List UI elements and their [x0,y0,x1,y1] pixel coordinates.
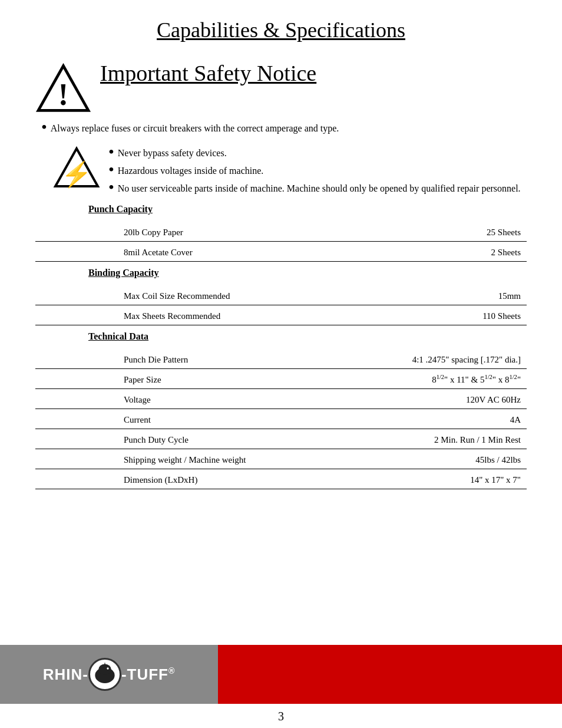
safety-title-container: Important Safety Notice [100,60,316,86]
table-row: Voltage 120V AC 60Hz [35,389,527,409]
safety-bullet-2-text: Never bypass safety devices. [118,146,227,160]
table-row: Paper Size 81/2" x 11" & 51/2" x 81/2" [35,369,527,389]
tech-row-1-value: 4:1 .2475" spacing [.172" dia.] [353,349,527,369]
table-row: Max Sheets Recommended 110 Sheets [35,305,527,325]
tech-row-6-value: 45lbs / 42lbs [353,449,527,469]
punch-capacity-heading: Punch Capacity [88,204,527,215]
svg-point-7 [107,667,108,669]
punch-row-2-value: 2 Sheets [427,242,527,262]
technical-data-section: Technical Data Punch Die Pattern 4:1 .24… [35,331,527,489]
tech-row-1-label: Punch Die Pattern [35,349,353,369]
rhino-logo-circle [88,658,121,691]
tech-row-5-label: Punch Duty Cycle [35,429,353,449]
safety-notice-title: Important Safety Notice [100,60,316,86]
tech-row-6-label: Shipping weight / Machine weight [35,449,353,469]
page: Capabilities & Specifications ! Importan… [0,0,562,728]
safety-bullet-4-text: No user serviceable parts inside of mach… [118,182,521,196]
tech-row-3-label: Voltage [35,389,353,409]
table-row: Max Coil Size Recommended 15mm [35,285,527,305]
logo-text-left: RHIN- [43,666,88,684]
safety-bullets-section: • Always replace fuses or circuit breake… [35,121,527,136]
svg-text:⚡: ⚡ [61,160,92,189]
bullet-dot-3: • [108,162,114,178]
technical-data-heading: Technical Data [88,331,527,342]
binding-capacity-heading: Binding Capacity [88,268,527,278]
tech-row-2-label: Paper Size [35,369,353,389]
table-row: Current 4A [35,409,527,429]
safety-bullet-3-text: Hazardous voltages inside of machine. [118,164,263,178]
bullet-dot-2: • [108,144,114,160]
svg-text:!: ! [58,78,68,111]
tech-row-4-label: Current [35,409,353,429]
table-row: Shipping weight / Machine weight 45lbs /… [35,449,527,469]
punch-capacity-section: Punch Capacity 20lb Copy Paper 25 Sheets… [35,204,527,262]
table-row: Punch Duty Cycle 2 Min. Run / 1 Min Rest [35,429,527,449]
page-number: 3 [278,710,284,723]
punch-row-1-label: 20lb Copy Paper [35,222,427,242]
logo-container: RHIN- -TUFF® [43,658,176,691]
lightning-svg: ⚡ [53,146,100,189]
warning-triangle-svg: ! [35,63,91,113]
tech-row-7-value: 14" x 17" x 7" [353,469,527,489]
tech-row-5-value: 2 Min. Run / 1 Min Rest [353,429,527,449]
safety-bullet-2: • Never bypass safety devices. [108,146,527,160]
safety-bullet-3: • Hazardous voltages inside of machine. [108,164,527,178]
warning-triangle-icon: ! [35,63,94,116]
table-row: 20lb Copy Paper 25 Sheets [35,222,527,242]
logo-text-right: -TUFF® [121,666,175,684]
binding-row-1-label: Max Coil Size Recommended [35,285,436,305]
binding-row-2-value: 110 Sheets [436,305,527,325]
tech-row-7-label: Dimension (LxDxH) [35,469,353,489]
footer: RHIN- -TUFF® [0,645,562,704]
punch-row-1-value: 25 Sheets [427,222,527,242]
table-row: 8mil Acetate Cover 2 Sheets [35,242,527,262]
footer-red-bar [218,645,562,704]
tech-row-2-value: 81/2" x 11" & 51/2" x 81/2" [353,369,527,389]
voltage-bullets: • Never bypass safety devices. • Hazardo… [108,146,527,199]
binding-capacity-table: Max Coil Size Recommended 15mm Max Sheet… [35,285,527,325]
safety-bullet-1-text: Always replace fuses or circuit breakers… [51,121,339,136]
bullet-dot-4: • [108,179,114,196]
binding-row-2-label: Max Sheets Recommended [35,305,436,325]
binding-row-1-value: 15mm [436,285,527,305]
binding-capacity-section: Binding Capacity Max Coil Size Recommend… [35,268,527,325]
technical-data-table: Punch Die Pattern 4:1 .2475" spacing [.1… [35,349,527,489]
footer-logo-area: RHIN- -TUFF® [0,645,218,704]
table-row: Punch Die Pattern 4:1 .2475" spacing [.1… [35,349,527,369]
table-row: Dimension (LxDxH) 14" x 17" x 7" [35,469,527,489]
content-area: Capabilities & Specifications ! Importan… [0,0,562,645]
tech-row-3-value: 120V AC 60Hz [353,389,527,409]
bullet-dot-1: • [41,119,47,136]
tech-row-4-value: 4A [353,409,527,429]
lightning-triangle-icon: ⚡ [53,146,100,191]
safety-notice-header: ! Important Safety Notice [35,60,527,116]
voltage-section: ⚡ • Never bypass safety devices. • Hazar… [35,146,527,199]
safety-bullet-1: • Always replace fuses or circuit breake… [41,121,527,136]
page-title: Capabilities & Specifications [35,18,527,42]
safety-bullet-4: • No user serviceable parts inside of ma… [108,182,527,196]
punch-row-2-label: 8mil Acetate Cover [35,242,427,262]
punch-capacity-table: 20lb Copy Paper 25 Sheets 8mil Acetate C… [35,222,527,262]
page-number-area: 3 [0,704,562,728]
rhino-svg [90,660,120,689]
